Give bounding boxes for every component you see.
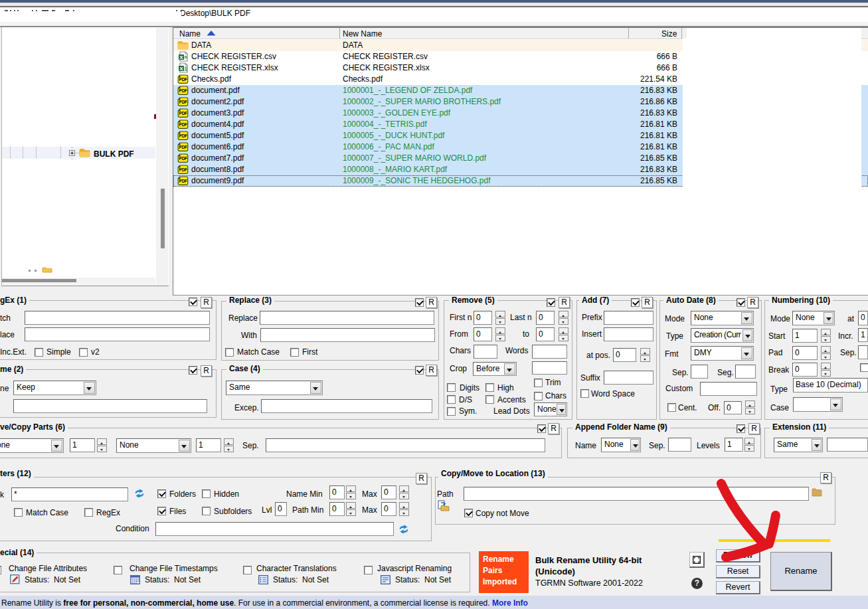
- svg-text:PDF: PDF: [179, 145, 187, 149]
- svg-text:PDF: PDF: [179, 156, 187, 161]
- svg-text:PDF: PDF: [179, 88, 187, 93]
- svg-text:PDF: PDF: [179, 167, 187, 172]
- svg-text:X: X: [179, 66, 183, 72]
- svg-text:PDF: PDF: [179, 111, 187, 116]
- svg-text:PDF: PDF: [179, 122, 187, 127]
- svg-text:PDF: PDF: [179, 100, 187, 104]
- svg-text:PDF: PDF: [179, 179, 187, 183]
- svg-text:PDF: PDF: [179, 77, 187, 82]
- svg-text:PDF: PDF: [179, 133, 187, 138]
- svg-text:X: X: [179, 54, 183, 60]
